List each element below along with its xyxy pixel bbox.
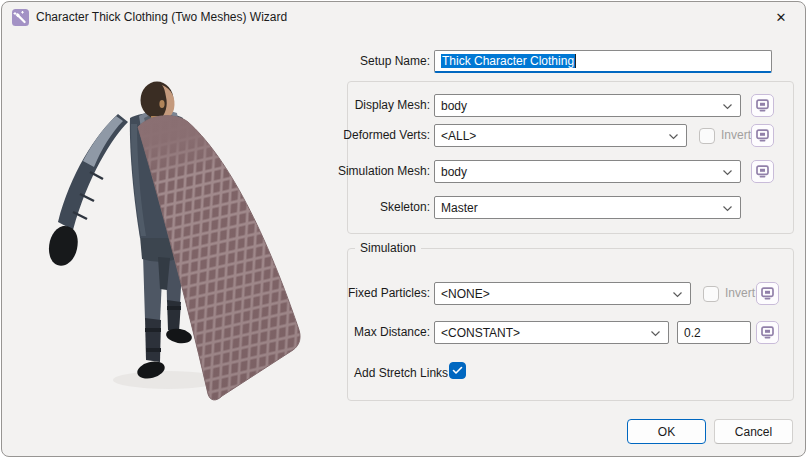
close-icon: ✕: [776, 10, 787, 25]
display-mesh-pick-button[interactable]: [751, 94, 774, 117]
fixed-particles-label: Fixed Particles:: [335, 282, 430, 305]
skeleton-combo[interactable]: Master: [434, 196, 741, 219]
deformed-verts-invert-checkbox[interactable]: [699, 128, 715, 144]
fixed-particles-combo[interactable]: <NONE>: [434, 282, 691, 305]
max-distance-pick-button[interactable]: [756, 321, 779, 344]
character-preview-viewport[interactable]: [10, 32, 340, 454]
ok-button[interactable]: OK: [627, 419, 706, 444]
magic-wand-icon: [12, 9, 29, 26]
setup-name-input[interactable]: Thick Character Clothing: [434, 50, 772, 73]
cancel-button[interactable]: Cancel: [714, 419, 793, 444]
deformed-verts-combo[interactable]: <ALL>: [434, 124, 687, 147]
chevron-down-icon: [722, 101, 733, 112]
chevron-down-icon: [722, 203, 733, 214]
fixed-particles-invert-label: Invert: [725, 282, 755, 305]
text-caret: [575, 54, 576, 68]
deformed-verts-label: Deformed Verts:: [335, 124, 430, 147]
window-title: Character Thick Clothing (Two Meshes) Wi…: [36, 10, 287, 24]
setup-name-selected-text: Thick Character Clothing: [441, 54, 575, 68]
add-stretch-links-checkbox[interactable]: [449, 362, 466, 379]
deformed-verts-invert-label: Invert: [721, 124, 751, 147]
screen-pick-icon: [756, 129, 769, 142]
skeleton-label: Skeleton:: [335, 196, 430, 219]
title-bar: Character Thick Clothing (Two Meshes) Wi…: [2, 2, 805, 32]
display-mesh-combo[interactable]: body: [434, 94, 741, 117]
wizard-dialog: Character Thick Clothing (Two Meshes) Wi…: [1, 1, 806, 457]
simulation-mesh-pick-button[interactable]: [751, 160, 774, 183]
simulation-mesh-label: Simulation Mesh:: [335, 160, 430, 183]
screen-pick-icon: [761, 287, 774, 300]
max-distance-combo[interactable]: <CONSTANT>: [434, 321, 669, 344]
fixed-particles-invert-checkbox[interactable]: [703, 286, 719, 302]
display-mesh-label: Display Mesh:: [335, 94, 430, 117]
deformed-verts-pick-button[interactable]: [751, 124, 774, 147]
setup-name-label: Setup Name:: [335, 50, 430, 73]
max-distance-value-input[interactable]: 0.2: [677, 321, 751, 344]
screen-pick-icon: [756, 165, 769, 178]
max-distance-label: Max Distance:: [335, 321, 430, 344]
screen-pick-icon: [761, 326, 774, 339]
chevron-down-icon: [672, 289, 683, 300]
simulation-mesh-combo[interactable]: body: [434, 160, 741, 183]
checkmark-icon: [452, 366, 463, 375]
screen-pick-icon: [756, 99, 769, 112]
close-button[interactable]: ✕: [759, 2, 803, 32]
chevron-down-icon: [668, 131, 679, 142]
simulation-group-title: Simulation: [355, 241, 421, 255]
chevron-down-icon: [650, 328, 661, 339]
fixed-particles-pick-button[interactable]: [756, 282, 779, 305]
chevron-down-icon: [722, 167, 733, 178]
add-stretch-links-label: Add Stretch Links: [354, 362, 448, 385]
